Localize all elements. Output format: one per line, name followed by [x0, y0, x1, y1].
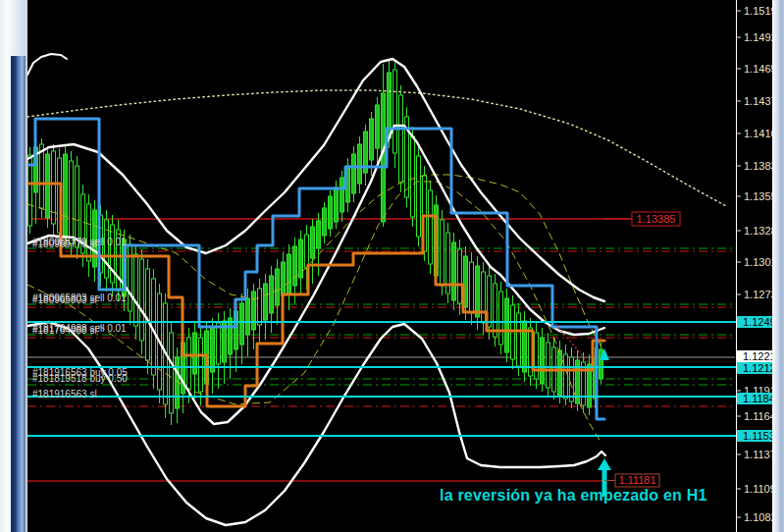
order-label[interactable]: #181764988 sl: [32, 325, 97, 336]
order-label[interactable]: #181819518 buy 0.50: [32, 373, 128, 384]
window-frame-right: [772, 0, 784, 532]
window-frame-left: [0, 0, 27, 532]
left-scrollbar-thumb[interactable]: [11, 56, 26, 532]
price-axis-separator: [736, 0, 737, 532]
order-label[interactable]: #180965779 sl: [32, 239, 97, 249]
order-label[interactable]: #181916563 sl: [32, 389, 97, 399]
white-fragment-topleft: [27, 54, 67, 75]
price-tag-box[interactable]: 1.11181: [604, 474, 659, 487]
chart-canvas[interactable]: 1.133851.111811.151951.149201.146501.143…: [0, 0, 784, 532]
svg-text:1.13385: 1.13385: [637, 213, 676, 225]
annotation-text[interactable]: la reversión ya ha empezado en H1: [440, 487, 707, 505]
metatrader-chart-window: 1.133851.111811.151951.149201.146501.143…: [0, 0, 784, 532]
order-label[interactable]: #180965803 sl: [32, 294, 97, 305]
price-tag-box[interactable]: 1.13385: [604, 212, 680, 226]
svg-text:1.11181: 1.11181: [618, 474, 655, 486]
